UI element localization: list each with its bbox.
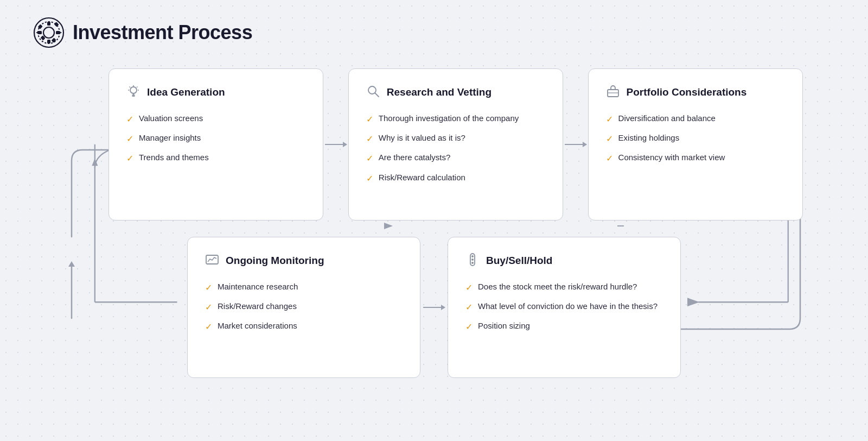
traffic-light-icon <box>465 253 480 269</box>
list-item: ✓ Maintenance research <box>205 281 403 294</box>
list-item-text: Valuation screens <box>139 112 203 124</box>
svg-point-47 <box>471 255 474 257</box>
list-item: ✓ Manager insights <box>126 132 305 145</box>
buy-sell-hold-header: Buy/Sell/Hold <box>465 253 663 269</box>
list-item-text: Trends and themes <box>139 152 209 163</box>
briefcase-icon <box>606 84 620 100</box>
svg-point-19 <box>130 87 137 93</box>
list-item-text: Does the stock meet the risk/reward hurd… <box>478 281 637 293</box>
check-icon: ✓ <box>366 152 373 165</box>
research-vetting-card: Research and Vetting ✓ Thorough investig… <box>348 68 563 220</box>
list-item: ✓ Market considerations <box>205 320 403 333</box>
list-item-text: Risk/Reward calculation <box>379 172 465 184</box>
idea-generation-list: ✓ Valuation screens ✓ Manager insights ✓… <box>126 112 305 165</box>
check-icon: ✓ <box>606 113 613 125</box>
list-item: ✓ Does the stock meet the risk/reward hu… <box>465 281 663 294</box>
connector-2-3 <box>563 68 588 220</box>
list-item-text: Existing holdings <box>618 132 680 144</box>
chart-icon <box>205 253 219 269</box>
list-item: ✓ Diversification and balance <box>606 112 785 125</box>
svg-rect-3 <box>47 40 50 43</box>
list-item: ✓ Consistency with market view <box>606 152 785 165</box>
list-item: ✓ Valuation screens <box>126 112 305 125</box>
list-item: ✓ Are there catalysts? <box>366 152 545 165</box>
svg-point-49 <box>471 262 474 264</box>
list-item-text: Diversification and balance <box>618 112 716 124</box>
svg-point-1 <box>43 27 54 38</box>
svg-point-48 <box>471 259 474 261</box>
header: Investment Process <box>33 16 835 49</box>
ongoing-monitoring-title: Ongoing Monitoring <box>226 255 324 267</box>
bottom-row: Ongoing Monitoring ✓ Maintenance researc… <box>33 237 835 378</box>
ongoing-monitoring-header: Ongoing Monitoring <box>205 253 403 269</box>
list-item-text: Market considerations <box>218 320 297 332</box>
check-icon: ✓ <box>465 320 473 333</box>
page-title: Investment Process <box>73 21 252 44</box>
check-icon: ✓ <box>126 152 133 165</box>
research-vetting-header: Research and Vetting <box>366 84 545 100</box>
check-icon: ✓ <box>205 301 212 313</box>
list-item-text: Position sizing <box>478 320 530 332</box>
list-item: ✓ Why is it valued as it is? <box>366 132 545 145</box>
check-icon: ✓ <box>465 301 473 313</box>
list-item: ✓ Thorough investigation of the company <box>366 112 545 125</box>
investment-process-icon <box>33 16 65 49</box>
buy-sell-hold-title: Buy/Sell/Hold <box>486 255 552 267</box>
check-icon: ✓ <box>366 133 373 145</box>
research-vetting-title: Research and Vetting <box>387 86 492 98</box>
check-icon: ✓ <box>606 152 613 165</box>
check-icon: ✓ <box>126 133 133 145</box>
list-item-text: What level of conviction do we have in t… <box>478 300 658 312</box>
check-icon: ✓ <box>366 113 373 125</box>
svg-rect-7 <box>52 38 56 43</box>
list-item-text: Consistency with market view <box>618 152 725 163</box>
buy-sell-hold-card: Buy/Sell/Hold ✓ Does the stock meet the … <box>448 237 681 378</box>
check-icon: ✓ <box>465 281 473 294</box>
check-icon: ✓ <box>205 320 212 333</box>
page: Investment Process <box>0 0 868 441</box>
idea-generation-header: Idea Generation <box>126 84 305 100</box>
list-item: ✓ What level of conviction do we have in… <box>465 300 663 313</box>
idea-generation-title: Idea Generation <box>147 86 225 98</box>
idea-generation-card: Idea Generation ✓ Valuation screens ✓ Ma… <box>108 68 323 220</box>
connector-1-2 <box>323 68 348 220</box>
list-item-text: Maintenance research <box>218 281 298 293</box>
list-item: ✓ Existing holdings <box>606 132 785 145</box>
list-item-text: Why is it valued as it is? <box>379 132 465 144</box>
check-icon: ✓ <box>205 281 212 294</box>
svg-rect-9 <box>54 22 59 27</box>
lightbulb-icon <box>126 84 141 100</box>
svg-line-29 <box>375 93 379 97</box>
list-item-text: Risk/Reward changes <box>218 300 297 312</box>
buy-sell-hold-list: ✓ Does the stock meet the risk/reward hu… <box>465 281 663 333</box>
check-icon: ✓ <box>126 113 133 125</box>
portfolio-considerations-list: ✓ Diversification and balance ✓ Existing… <box>606 112 785 165</box>
list-item: ✓ Position sizing <box>465 320 663 333</box>
list-item: ✓ Risk/Reward changes <box>205 300 403 313</box>
research-vetting-list: ✓ Thorough investigation of the company … <box>366 112 545 185</box>
check-icon: ✓ <box>366 172 373 185</box>
list-item: ✓ Risk/Reward calculation <box>366 172 545 185</box>
connector-4-5 <box>420 237 448 378</box>
ongoing-monitoring-list: ✓ Maintenance research ✓ Risk/Reward cha… <box>205 281 403 333</box>
list-item-text: Thorough investigation of the company <box>379 112 519 124</box>
svg-line-24 <box>130 87 131 88</box>
list-item-text: Are there catalysts? <box>379 152 451 163</box>
search-icon <box>366 84 380 100</box>
check-icon: ✓ <box>606 133 613 145</box>
list-item-text: Manager insights <box>139 132 201 144</box>
svg-rect-2 <box>47 22 50 26</box>
flow-container: Idea Generation ✓ Valuation screens ✓ Ma… <box>33 68 835 378</box>
top-row: Idea Generation ✓ Valuation screens ✓ Ma… <box>33 68 835 220</box>
svg-line-25 <box>137 87 138 88</box>
svg-marker-11 <box>36 32 38 34</box>
portfolio-considerations-card: Portfolio Considerations ✓ Diversificati… <box>588 68 803 220</box>
list-item: ✓ Trends and themes <box>126 152 305 165</box>
portfolio-considerations-header: Portfolio Considerations <box>606 84 785 100</box>
ongoing-monitoring-card: Ongoing Monitoring ✓ Maintenance researc… <box>187 237 420 378</box>
portfolio-considerations-title: Portfolio Considerations <box>627 86 747 98</box>
